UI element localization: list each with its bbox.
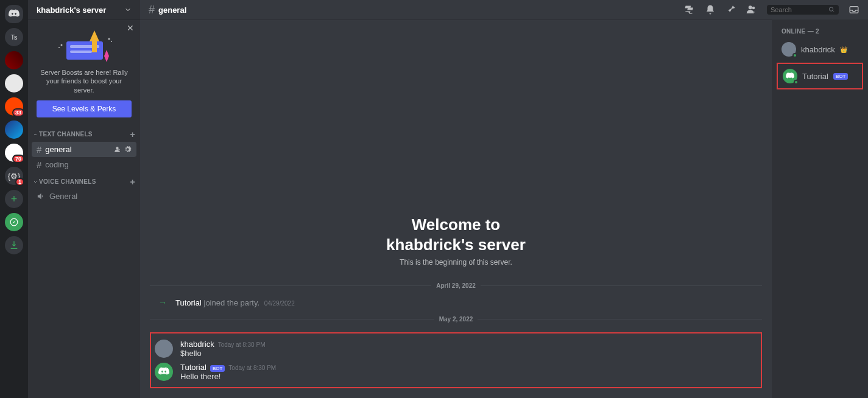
avatar xyxy=(783,69,797,83)
avatar[interactable] xyxy=(155,340,173,358)
avatar xyxy=(782,42,796,57)
svg-point-9 xyxy=(111,41,112,42)
bell-icon[interactable] xyxy=(705,4,716,15)
message: Tutorial BOT Today at 8:30 PM Hello ther… xyxy=(155,360,757,383)
message-text: Hello there! xyxy=(180,372,757,381)
svg-point-7 xyxy=(58,47,60,48)
system-time: 04/29/2022 xyxy=(264,300,295,307)
chevron-down-icon xyxy=(33,132,38,137)
discord-logo-icon xyxy=(9,9,19,19)
message-author[interactable]: khabdrick xyxy=(180,340,214,349)
welcome-title-2: khabdrick's server xyxy=(386,236,526,254)
add-server-button[interactable]: + xyxy=(5,190,23,208)
search-icon xyxy=(828,6,835,13)
guild-3[interactable] xyxy=(5,74,23,93)
boost-illustration xyxy=(37,27,132,62)
guild-4-badge: 33 xyxy=(12,108,24,117)
close-icon[interactable]: ✕ xyxy=(127,23,134,33)
svg-point-8 xyxy=(108,38,110,40)
guild-6[interactable]: 70 xyxy=(5,144,23,162)
message-author[interactable]: Tutorial xyxy=(180,363,206,372)
message-time: Today at 8:30 PM xyxy=(228,365,276,371)
compass-icon xyxy=(10,218,18,226)
channel-header: # general xyxy=(140,0,868,19)
voice-channels-header[interactable]: VOICE CHANNELS + xyxy=(28,172,140,189)
explore-button[interactable] xyxy=(5,213,23,231)
member-tutorial[interactable]: Tutorial BOT xyxy=(778,66,862,86)
channel-title: general xyxy=(158,5,684,15)
main-area: # general Welcome tokhabdrick's server T… xyxy=(140,0,868,398)
boost-card: ✕ Server Boosts are here! Rally your fri… xyxy=(28,19,140,125)
gear-icon[interactable] xyxy=(124,145,132,153)
category-label: TEXT CHANNELS xyxy=(39,131,93,138)
download-icon xyxy=(9,240,19,250)
guild-ts[interactable]: Ts xyxy=(5,28,23,46)
welcome-block: Welcome tokhabdrick's server This is the… xyxy=(150,29,762,276)
members-icon[interactable] xyxy=(746,4,757,15)
category-label: VOICE CHANNELS xyxy=(39,178,96,185)
svg-point-10 xyxy=(830,7,833,11)
divider-label: April 29, 2022 xyxy=(431,282,480,289)
system-text: joined the party. xyxy=(202,298,259,307)
home-guild[interactable] xyxy=(5,5,23,23)
chevron-down-icon xyxy=(33,180,38,184)
speaker-icon xyxy=(37,192,46,201)
server-header[interactable]: khabdrick's server xyxy=(28,0,140,19)
svg-rect-3 xyxy=(70,51,92,53)
join-arrow-icon: → xyxy=(158,298,167,307)
member-name: Tutorial xyxy=(802,72,828,81)
threads-icon[interactable] xyxy=(684,4,695,15)
hash-icon: # xyxy=(37,159,41,170)
bot-tag: BOT xyxy=(210,365,225,372)
guild-2[interactable] xyxy=(5,51,23,69)
hash-icon: # xyxy=(149,4,155,16)
channel-sidebar: khabdrick's server ✕ Server Boosts are h… xyxy=(28,0,140,398)
guild-5[interactable] xyxy=(5,120,23,139)
guild-6-badge: 70 xyxy=(12,155,24,163)
welcome-subtitle: This is the beginning of this server. xyxy=(400,258,512,267)
svg-point-6 xyxy=(61,44,63,46)
system-message: → Tutorial joined the party. 04/29/2022 xyxy=(150,295,762,310)
server-name: khabdrick's server xyxy=(37,5,106,15)
members-list: ONLINE — 2 khabdrick 👑 Tutorial BOT xyxy=(772,19,868,398)
chevron-down-icon xyxy=(124,6,132,13)
avatar[interactable] xyxy=(155,363,173,381)
member-name: khabdrick xyxy=(801,45,835,54)
message-list: Welcome tokhabdrick's server This is the… xyxy=(140,19,772,398)
message: khabdrick Today at 8:30 PM $hello xyxy=(155,337,757,360)
pin-icon[interactable] xyxy=(725,4,736,15)
guilds-sidebar: Ts 33 70 {⚙} 1 + xyxy=(0,0,28,398)
guild-4[interactable]: 33 xyxy=(5,97,23,116)
channel-label: coding xyxy=(45,160,132,169)
discord-bot-icon xyxy=(786,72,794,80)
search-box[interactable] xyxy=(767,5,839,15)
channel-label: General xyxy=(49,192,132,201)
inbox-icon[interactable] xyxy=(849,4,859,15)
system-user[interactable]: Tutorial xyxy=(175,298,202,307)
channel-general[interactable]: # general xyxy=(32,142,136,157)
search-input[interactable] xyxy=(771,6,828,13)
guild-7[interactable]: {⚙} 1 xyxy=(5,167,23,185)
highlight-box: khabdrick Today at 8:30 PM $hello Tutori… xyxy=(150,332,762,388)
members-header: ONLINE — 2 xyxy=(777,28,863,35)
channel-label: general xyxy=(45,145,110,154)
add-channel-button[interactable]: + xyxy=(130,130,135,139)
add-channel-button[interactable]: + xyxy=(130,177,135,187)
discord-bot-icon xyxy=(158,366,169,377)
channel-coding[interactable]: # coding xyxy=(32,157,136,172)
download-button[interactable] xyxy=(5,236,23,254)
voice-channel-general[interactable]: General xyxy=(32,189,136,203)
date-divider: April 29, 2022 xyxy=(150,282,762,289)
message-time: Today at 8:30 PM xyxy=(218,341,266,348)
member-khabdrick[interactable]: khabdrick 👑 xyxy=(777,40,863,59)
bot-tag: BOT xyxy=(833,73,848,80)
hash-icon: # xyxy=(37,144,41,155)
text-channels-header[interactable]: TEXT CHANNELS + xyxy=(28,125,140,142)
svg-marker-5 xyxy=(104,50,109,62)
welcome-title-1: Welcome to xyxy=(412,215,500,234)
svg-rect-4 xyxy=(92,39,97,52)
boost-button[interactable]: See Levels & Perks xyxy=(37,100,132,117)
boost-text: Server Boosts are here! Rally your frien… xyxy=(37,68,132,94)
invite-icon[interactable] xyxy=(113,145,121,153)
divider-label: May 2, 2022 xyxy=(434,316,478,323)
